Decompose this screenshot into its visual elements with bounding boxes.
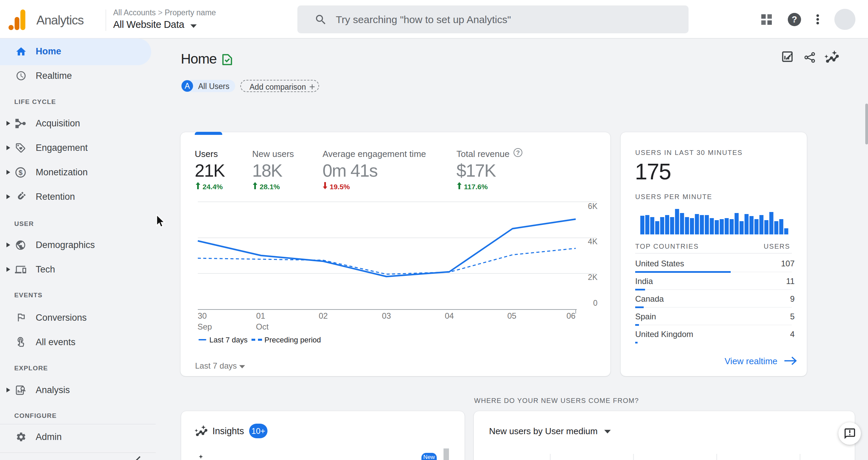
svg-text:$: $ bbox=[19, 169, 23, 176]
